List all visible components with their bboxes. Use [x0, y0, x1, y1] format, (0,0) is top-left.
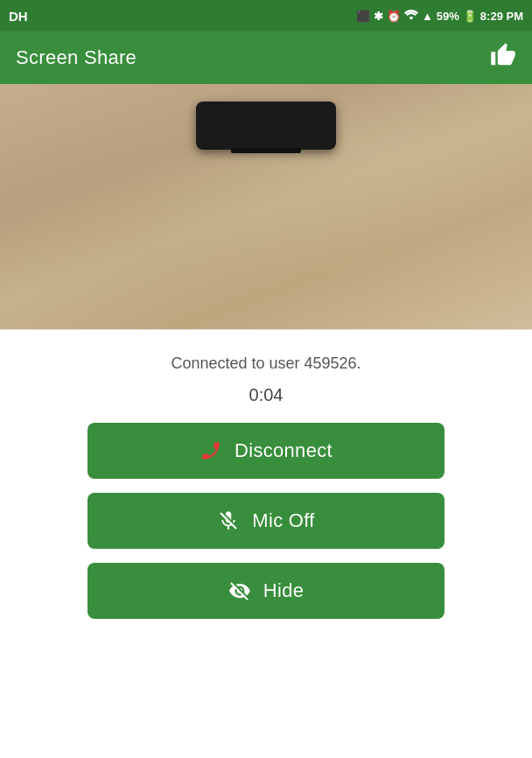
app-bar: Screen Share	[0, 32, 532, 84]
call-timer: 0:04	[249, 385, 284, 405]
battery-icon: 🔋	[463, 10, 477, 23]
mic-off-button[interactable]: Mic Off	[88, 493, 444, 549]
status-bar: DH ⬛ ✱ ⏰ ▲ 59% 🔋 8:29 PM	[0, 0, 532, 32]
disconnect-button[interactable]: Disconnect	[88, 423, 444, 479]
bluetooth-icon: ✱	[374, 10, 383, 23]
battery-text: 59%	[437, 10, 459, 23]
info-area: Connected to user 459526. 0:04 Disconnec…	[0, 330, 532, 636]
screen-share-view	[0, 84, 532, 329]
phone-overlay	[196, 102, 336, 150]
like-icon[interactable]	[490, 42, 516, 74]
button-group: Disconnect Mic Off Hide	[18, 423, 514, 619]
time-label: 8:29 PM	[480, 10, 523, 23]
signal-icon: ▲	[422, 10, 433, 23]
cast-icon: ⬛	[356, 10, 370, 23]
app-title: Screen Share	[16, 46, 136, 69]
connected-label: Connected to user 459526.	[171, 354, 360, 373]
status-icons: ⬛ ✱ ⏰ ▲ 59% 🔋 8:29 PM	[356, 9, 523, 24]
mic-off-label: Mic Off	[252, 509, 314, 532]
main-content: Connected to user 459526. 0:04 Disconnec…	[0, 84, 532, 636]
wifi-icon	[404, 9, 418, 24]
disconnect-icon	[200, 439, 222, 462]
hide-label: Hide	[263, 579, 304, 602]
carrier-label: DH	[9, 9, 28, 24]
disconnect-label: Disconnect	[234, 439, 332, 462]
mic-off-icon	[217, 509, 240, 532]
hide-icon	[228, 579, 251, 602]
video-feed	[0, 84, 532, 329]
hide-button[interactable]: Hide	[88, 563, 444, 619]
alarm-icon: ⏰	[387, 10, 401, 23]
